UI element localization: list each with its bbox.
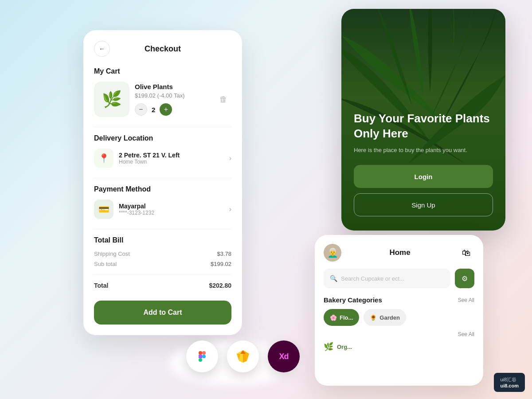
- subtotal-value: $199.02: [211, 261, 231, 267]
- xd-icon-circle[interactable]: Xd: [268, 340, 300, 372]
- checkout-card: ← Checkout My Cart 🌿 Olive Plants $199.0…: [83, 30, 242, 335]
- payment-section-label: Payment Method: [94, 185, 231, 193]
- delivery-row: 📍 2 Petre. ST 21 V. Left Home Town ›: [94, 149, 231, 168]
- delivery-address: 2 Petre. ST 21 V. Left: [119, 152, 224, 159]
- svg-rect-0: [199, 351, 202, 355]
- payment-info: Mayarpal ****-3123-1232: [119, 203, 224, 216]
- filter-button[interactable]: ⚙: [455, 269, 474, 288]
- category-chip-flowers[interactable]: 🌸 Flo...: [324, 309, 359, 326]
- total-row: Total $202.80: [94, 282, 231, 289]
- home-header: 👨‍🦳 Home 🛍: [324, 244, 474, 262]
- figma-icon-circle[interactable]: [186, 340, 218, 372]
- watermark: ui8汇谷 ui8.com: [494, 373, 525, 392]
- divider-3: [94, 229, 231, 229]
- delivery-section-label: Delivery Location: [94, 134, 231, 142]
- signup-button[interactable]: Sign Up: [354, 193, 493, 216]
- cart-item-price: $199.02 (-4.00 Tax): [135, 92, 210, 99]
- plants-heading: Buy Your Favorite Plants Only Here: [354, 111, 493, 141]
- divider-4: [94, 274, 231, 275]
- svg-rect-2: [199, 355, 202, 358]
- flower-label: Flo...: [340, 314, 353, 321]
- qty-minus-button[interactable]: −: [135, 103, 147, 116]
- see-all-button[interactable]: See All: [458, 297, 474, 303]
- org-label: Org...: [337, 344, 352, 350]
- garden-emoji: 🌻: [370, 314, 377, 321]
- cart-item: 🌿 Olive Plants $199.02 (-4.00 Tax) − 2 +…: [94, 82, 231, 117]
- svg-rect-3: [199, 358, 202, 362]
- total-value: $202.80: [209, 282, 231, 289]
- qty-controls: − 2 +: [135, 103, 210, 116]
- sketch-icon-circle[interactable]: [227, 340, 259, 372]
- payment-number: ****-3123-1232: [119, 210, 224, 216]
- plants-subtext: Here is the place to buy the plants you …: [354, 146, 493, 155]
- location-icon: 📍: [94, 149, 113, 168]
- delivery-sub: Home Town: [119, 159, 224, 165]
- plant-image: 🌿: [94, 82, 129, 117]
- category-chip-garden[interactable]: 🌻 Garden: [364, 309, 406, 326]
- divider-1: [94, 127, 231, 127]
- plants-background: Buy Your Favorite Plants Only Here Here …: [341, 9, 505, 231]
- bakery-categories-label: Bakery Categories: [324, 296, 382, 304]
- delivery-info: 2 Petre. ST 21 V. Left Home Town: [119, 152, 224, 165]
- bakery-header: Bakery Categories See All: [324, 296, 474, 304]
- qty-number: 2: [152, 106, 155, 113]
- qty-plus-button[interactable]: +: [160, 103, 172, 116]
- chevron-right-icon[interactable]: ›: [229, 154, 231, 162]
- home-title: Home: [389, 248, 410, 257]
- subtotal-label: Sub total: [94, 261, 117, 267]
- shipping-value: $3.78: [217, 250, 231, 257]
- my-cart-label: My Cart: [94, 67, 231, 75]
- total-bill-label: Total Bill: [94, 236, 231, 244]
- cart-item-info: Olive Plants $199.02 (-4.00 Tax) − 2 +: [135, 83, 210, 116]
- search-input-box[interactable]: 🔍 Search Cupcake or ect...: [324, 269, 450, 288]
- payment-row: 💳 Mayarpal ****-3123-1232 ›: [94, 200, 231, 219]
- home-cart-icon[interactable]: 🛍: [458, 245, 474, 261]
- back-arrow-icon: ←: [99, 45, 105, 52]
- plants-content: Buy Your Favorite Plants Only Here Here …: [354, 111, 493, 216]
- chevron-right-payment-icon[interactable]: ›: [229, 205, 231, 213]
- category-chips: 🌸 Flo... 🌻 Garden: [324, 309, 474, 326]
- svg-point-4: [202, 355, 206, 358]
- delete-button[interactable]: 🗑: [215, 91, 231, 107]
- search-icon: 🔍: [330, 275, 337, 282]
- add-to-cart-button[interactable]: Add to Cart: [94, 301, 231, 325]
- login-button[interactable]: Login: [354, 165, 493, 188]
- subtotal-row: Sub total $199.02: [94, 261, 231, 267]
- home-card: 👨‍🦳 Home 🛍 🔍 Search Cupcake or ect... ⚙ …: [315, 235, 483, 386]
- org-icon: 🌿: [324, 342, 333, 352]
- search-placeholder-text: Search Cupcake or ect...: [341, 275, 404, 282]
- search-row: 🔍 Search Cupcake or ect... ⚙: [324, 269, 474, 288]
- total-label: Total: [94, 282, 108, 289]
- xd-label: Xd: [279, 352, 288, 361]
- see-all-second[interactable]: See All: [324, 331, 474, 337]
- checkout-title: Checkout: [145, 44, 181, 54]
- org-row: 🌿 Org...: [324, 342, 474, 352]
- flower-emoji: 🌸: [330, 314, 337, 321]
- divider-2: [94, 178, 231, 178]
- payment-icon: 💳: [94, 200, 113, 219]
- user-avatar[interactable]: 👨‍🦳: [324, 244, 341, 262]
- cart-item-name: Olive Plants: [135, 83, 210, 90]
- plants-auth-card: Buy Your Favorite Plants Only Here Here …: [341, 9, 505, 231]
- watermark-line1: ui8汇谷: [500, 376, 519, 383]
- tool-icons-row: Xd: [186, 340, 300, 372]
- back-button[interactable]: ←: [94, 41, 110, 57]
- shipping-row: Shipping Cost $3.78: [94, 250, 231, 257]
- checkout-header: ← Checkout: [94, 41, 231, 57]
- shipping-label: Shipping Cost: [94, 250, 130, 257]
- svg-rect-1: [202, 351, 206, 355]
- watermark-line2: ui8.com: [500, 383, 519, 388]
- sketch-logo-svg: [235, 348, 251, 364]
- figma-logo-svg: [195, 349, 209, 364]
- garden-label: Garden: [379, 314, 400, 321]
- payment-name: Mayarpal: [119, 203, 224, 210]
